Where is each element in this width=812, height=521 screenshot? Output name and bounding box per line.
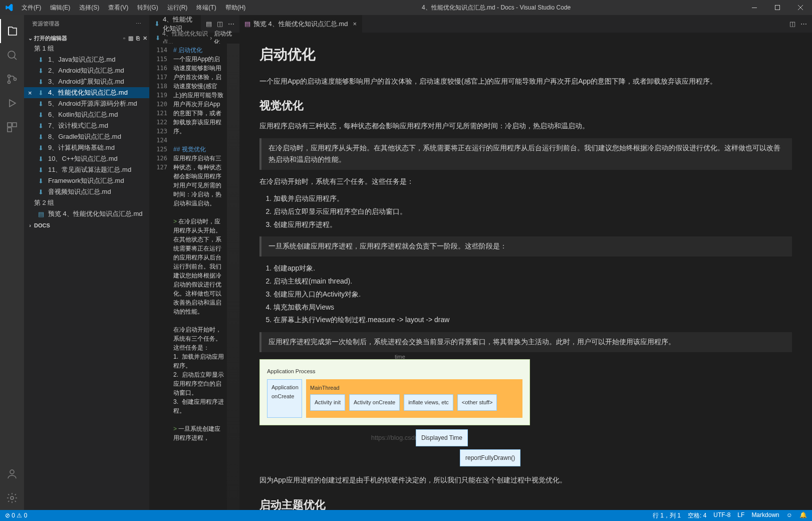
- open-editor-item[interactable]: ×⬇1、Java知识点汇总.md: [24, 54, 149, 65]
- sidebar-more-icon[interactable]: ⋯: [136, 21, 141, 27]
- diagram-mainthread-label: MainThread: [310, 383, 518, 393]
- save-all-icon[interactable]: ⎘: [136, 35, 140, 42]
- search-icon[interactable]: [0, 43, 24, 67]
- activity-bar: [0, 15, 24, 510]
- split-editor-icon[interactable]: ◫: [789, 20, 795, 28]
- accounts-icon[interactable]: [0, 462, 24, 486]
- markdown-file-icon: ⬇: [38, 67, 46, 75]
- extensions-icon[interactable]: [0, 115, 24, 139]
- markdown-preview[interactable]: 启动优化 一个应用App的启动速度能够影响用户的首次体验，启动速度较慢(感官上)…: [239, 33, 812, 510]
- menu-file[interactable]: 文件(F): [18, 2, 45, 14]
- close-all-icon[interactable]: ✕: [143, 35, 147, 42]
- minimize-button[interactable]: [743, 0, 766, 15]
- settings-gear-icon[interactable]: [0, 486, 24, 510]
- folder-section[interactable]: › DOCS: [24, 221, 149, 229]
- close-window-button[interactable]: [789, 0, 812, 15]
- open-editor-item[interactable]: ×⬇9、计算机网络基础.md: [24, 142, 149, 153]
- list-item: 填充加载布局Views: [274, 302, 792, 314]
- list-item: 创建应用入口的Activity对象.: [274, 289, 792, 301]
- open-editor-item[interactable]: ×⬇11、常见面试算法题汇总.md: [24, 164, 149, 175]
- tab-label: 预览 4、性能优化知识点汇总.md: [253, 20, 348, 29]
- svg-rect-8: [8, 128, 12, 132]
- status-bar: ⊘ 0 ⚠ 0 行 1，列 1 空格: 4 UTF-8 LF Markdown …: [0, 510, 812, 521]
- chevron-right-icon: ›: [26, 222, 34, 228]
- open-editor-preview[interactable]: × ▤ 预览 4、性能优化知识点汇总.md: [24, 208, 149, 219]
- split-editor-icon[interactable]: ◫: [217, 20, 223, 28]
- status-cursor-pos[interactable]: 行 1，列 1: [653, 511, 681, 520]
- status-encoding[interactable]: UTF-8: [713, 511, 730, 520]
- open-editor-item[interactable]: ×⬇2、Android知识点汇总.md: [24, 65, 149, 76]
- file-label: 4、性能优化知识点汇总.md: [48, 88, 128, 97]
- more-icon[interactable]: ⋯: [228, 20, 234, 28]
- sidebar-title: 资源管理器: [32, 20, 60, 28]
- markdown-file-icon: ⬇: [38, 144, 46, 152]
- close-icon[interactable]: ×: [28, 89, 36, 97]
- file-label: 音视频知识点汇总.md: [48, 187, 111, 196]
- diagram-callout: reportFullyDrawn(): [460, 449, 520, 466]
- open-editor-item[interactable]: ×⬇8、Gradle知识点汇总.md: [24, 131, 149, 142]
- file-label: Framework知识点汇总.md: [48, 176, 124, 185]
- file-label: 3、Android扩展知识点.md: [48, 77, 124, 86]
- run-debug-icon[interactable]: [0, 91, 24, 115]
- status-feedback-icon[interactable]: ☺: [786, 511, 792, 520]
- list-item: 创建app对象.: [274, 263, 792, 275]
- markdown-file-icon: ⬇: [38, 89, 46, 97]
- open-editor-item[interactable]: ×⬇5、Android开源库源码分析.md: [24, 98, 149, 109]
- status-eol[interactable]: LF: [737, 511, 744, 520]
- file-label: 8、Gradle知识点汇总.md: [48, 132, 121, 141]
- menu-goto[interactable]: 转到(G): [133, 2, 162, 14]
- menu-run[interactable]: 运行(R): [163, 2, 192, 14]
- preview-icon: ▤: [244, 20, 250, 28]
- menu-help[interactable]: 帮助(H): [221, 2, 250, 14]
- preview-blockquote: 在冷启动时，应用程序从头开始。在其他状态下，系统需要将正在运行的应用程序从后台运…: [259, 138, 792, 170]
- markdown-file-icon: ⬇: [38, 133, 46, 141]
- menu-view[interactable]: 查看(V): [104, 2, 132, 14]
- status-indent[interactable]: 空格: 4: [688, 511, 706, 520]
- close-tab-icon[interactable]: ×: [353, 20, 357, 28]
- markdown-file-icon: ⬇: [38, 122, 46, 130]
- breadcrumb[interactable]: ⬇ 4、性能优化知识点... › 启动优化: [149, 33, 239, 44]
- markdown-file-icon: ⬇: [38, 78, 46, 86]
- explorer-icon[interactable]: [0, 19, 24, 43]
- toggle-layout-icon[interactable]: ▥: [128, 35, 133, 42]
- menu-edit[interactable]: 编辑(E): [46, 2, 74, 14]
- open-editor-item[interactable]: ×⬇Framework知识点汇总.md: [24, 175, 149, 186]
- svg-rect-7: [13, 123, 17, 127]
- markdown-file-icon: ⬇: [38, 155, 46, 163]
- file-label: 5、Android开源库源码分析.md: [48, 99, 137, 108]
- menu-terminal[interactable]: 终端(T): [192, 2, 220, 14]
- open-editor-item[interactable]: ×⬇音视频知识点汇总.md: [24, 186, 149, 197]
- preview-icon[interactable]: ▤: [206, 20, 212, 28]
- maximize-button[interactable]: [766, 0, 789, 15]
- more-icon[interactable]: ⋯: [800, 20, 807, 28]
- svg-point-4: [8, 81, 11, 84]
- minimap[interactable]: [227, 44, 239, 510]
- svg-rect-6: [8, 123, 12, 127]
- list-item: 启动主线程(main thread).: [274, 276, 792, 288]
- menu-select[interactable]: 选择(S): [75, 2, 103, 14]
- file-label: 10、C++知识点汇总.md: [48, 154, 118, 163]
- markdown-file-icon: ⬇: [38, 166, 46, 174]
- diagram-image: time Application Process Application onC…: [259, 359, 530, 469]
- preview-blockquote: 一旦系统创建应用程序进程，应用程序进程就会负责下一阶段。这些阶段是：: [259, 236, 792, 256]
- svg-point-2: [8, 51, 15, 58]
- tab-preview[interactable]: ▤ 预览 4、性能优化知识点汇总.md ×: [239, 15, 362, 33]
- open-editor-item[interactable]: ×⬇3、Android扩展知识点.md: [24, 76, 149, 87]
- markdown-file-icon: ⬇: [38, 177, 46, 185]
- watermark: https://blog.csdn: [259, 432, 530, 443]
- open-editors-section[interactable]: ⌄ 打开的编辑器 ▫ ▥ ⎘ ✕: [24, 34, 149, 43]
- open-editor-item[interactable]: ×⬇4、性能优化知识点汇总.md: [24, 87, 149, 98]
- new-file-icon[interactable]: ▫: [123, 35, 125, 42]
- code-editor[interactable]: 114 115 116 117 118 119 120 121 122 123 …: [149, 44, 227, 510]
- source-control-icon[interactable]: [0, 67, 24, 91]
- code-content[interactable]: # 启动优化 一个应用App的启动速度能够影响用户的首次体验，启动速度较慢(感官…: [171, 44, 226, 510]
- open-editor-item[interactable]: ×⬇6、Kotlin知识点汇总.md: [24, 109, 149, 120]
- status-language[interactable]: Markdown: [751, 511, 779, 520]
- open-editor-item[interactable]: ×⬇10、C++知识点汇总.md: [24, 153, 149, 164]
- open-editor-item[interactable]: ×⬇7、设计模式汇总.md: [24, 120, 149, 131]
- preview-p: 一个应用App的启动速度能够影响用户的首次体验，启动速度较慢(感官上)的应用可能…: [259, 76, 792, 88]
- status-bell-icon[interactable]: 🔔: [799, 511, 807, 520]
- diagram-box: Activity init: [310, 394, 345, 411]
- markdown-file-icon: ⬇: [155, 35, 160, 42]
- status-errors[interactable]: ⊘ 0 ⚠ 0: [5, 512, 27, 519]
